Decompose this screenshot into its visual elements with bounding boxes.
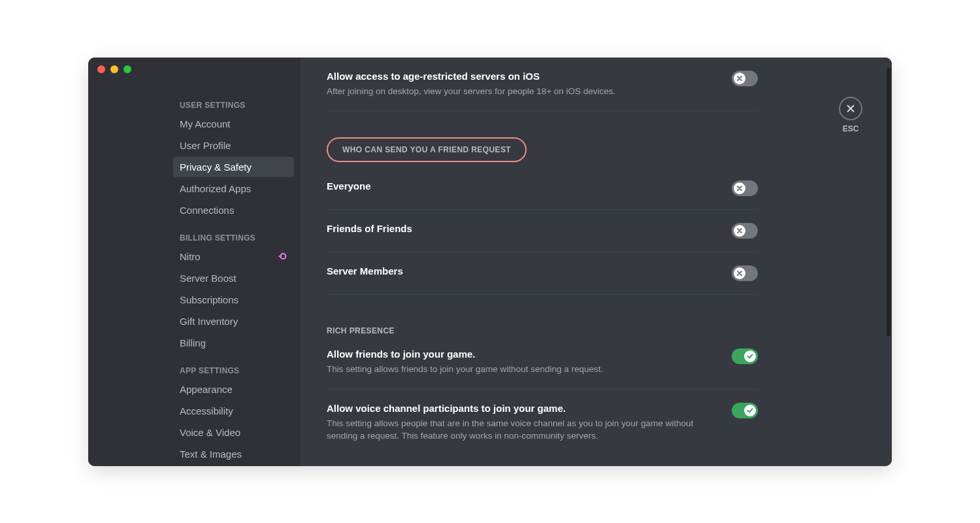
sidebar-item-label: Nitro (180, 251, 201, 262)
nitro-badge-icon (277, 251, 287, 262)
sidebar-item-voice-video[interactable]: Voice & Video (173, 422, 294, 443)
x-icon (736, 184, 743, 192)
setting-text: Allow voice channel participants to join… (327, 403, 732, 443)
sidebar-item-label: Accessibility (180, 405, 233, 416)
toggle-friend-everyone[interactable] (732, 180, 758, 196)
sidebar-item-label: Subscriptions (180, 294, 238, 305)
content-inner: Allow access to age-restricted servers o… (327, 71, 758, 456)
sidebar-group-app-settings: APP SETTINGS Appearance Accessibility Vo… (173, 362, 294, 464)
sidebar-item-accessibility[interactable]: Accessibility (173, 401, 294, 421)
setting-title: Allow access to age-restricted servers o… (327, 71, 719, 82)
sidebar-item-nitro[interactable]: Nitro (173, 246, 294, 267)
sidebar-item-appearance[interactable]: Appearance (173, 379, 294, 399)
sidebar-header-billing-settings: BILLING SETTINGS (173, 229, 294, 246)
sidebar-item-gift-inventory[interactable]: Gift Inventory (173, 311, 294, 331)
close-label: ESC (843, 124, 859, 133)
close-icon (845, 103, 857, 114)
window-zoom-button[interactable] (123, 65, 131, 73)
scrollbar-thumb[interactable] (887, 68, 890, 336)
section-header-friend-request: WHO CAN SEND YOU A FRIEND REQUEST (327, 137, 527, 162)
setting-text: Everyone (327, 180, 732, 195)
sidebar-item-label: Appearance (180, 384, 233, 395)
x-icon (736, 227, 743, 235)
setting-title: Allow friends to join your game. (327, 348, 719, 360)
toggle-server-members[interactable] (732, 265, 758, 281)
setting-title: Everyone (327, 180, 719, 192)
setting-allow-voice-join: Allow voice channel participants to join… (327, 390, 758, 456)
setting-text: Allow friends to join your game. This se… (327, 348, 732, 376)
window-close-button[interactable] (97, 65, 105, 73)
settings-content: Allow access to age-restricted servers o… (301, 58, 892, 466)
sidebar-item-label: Connections (180, 205, 234, 216)
setting-age-restricted: Allow access to age-restricted servers o… (327, 71, 758, 112)
setting-desc: This setting allows people that are in t… (327, 418, 719, 443)
sidebar-item-subscriptions[interactable]: Subscriptions (173, 290, 294, 310)
setting-desc: After joining on desktop, view your serv… (327, 86, 719, 98)
setting-desc: This setting allows friends to join your… (327, 363, 719, 376)
sidebar-item-user-profile[interactable]: User Profile (173, 135, 294, 156)
toggle-knob (734, 182, 745, 194)
setting-allow-friends-join: Allow friends to join your game. This se… (327, 335, 758, 390)
settings-sidebar: USER SETTINGS My Account User Profile Pr… (88, 58, 301, 466)
sidebar-item-label: Server Boost (180, 273, 237, 284)
sidebar-item-label: Voice & Video (180, 427, 240, 438)
sidebar-item-authorized-apps[interactable]: Authorized Apps (173, 178, 294, 199)
sidebar-item-billing[interactable]: Billing (173, 333, 294, 353)
setting-text: Allow access to age-restricted servers o… (327, 71, 732, 98)
close-settings-button[interactable] (839, 97, 862, 120)
sidebar-item-privacy-safety[interactable]: Privacy & Safety (173, 157, 294, 177)
section-header-rich-presence: RICH PRESENCE (327, 326, 758, 335)
check-icon (746, 352, 754, 360)
scrollbar-track[interactable] (887, 68, 890, 460)
sidebar-item-label: User Profile (180, 140, 231, 151)
toggle-allow-friends-join[interactable] (732, 348, 758, 364)
sidebar-item-connections[interactable]: Connections (173, 200, 294, 220)
window-minimize-button[interactable] (110, 65, 118, 73)
setting-friend-everyone: Everyone (327, 167, 758, 210)
sidebar-item-label: Authorized Apps (180, 183, 251, 194)
setting-title: Allow voice channel participants to join… (327, 403, 719, 414)
sidebar-item-label: My Account (180, 118, 231, 129)
toggle-knob (744, 405, 756, 416)
toggle-knob (744, 350, 756, 362)
sidebar-item-my-account[interactable]: My Account (173, 114, 294, 134)
sidebar-header-user-settings: USER SETTINGS (173, 97, 294, 114)
setting-text: Friends of Friends (327, 223, 732, 238)
toggle-knob (734, 225, 745, 237)
sidebar-group-user-settings: USER SETTINGS My Account User Profile Pr… (173, 97, 294, 220)
x-icon (736, 269, 743, 277)
settings-window: USER SETTINGS My Account User Profile Pr… (88, 58, 892, 466)
window-controls (97, 65, 131, 73)
setting-friend-server-members: Server Members (327, 252, 758, 295)
setting-title: Friends of Friends (327, 223, 719, 234)
toggle-knob (734, 73, 745, 84)
sidebar-item-server-boost[interactable]: Server Boost (173, 268, 294, 288)
check-icon (746, 407, 754, 414)
toggle-age-restricted[interactable] (732, 71, 758, 86)
toggle-knob (734, 267, 745, 279)
sidebar-item-label: Billing (180, 337, 206, 348)
toggle-allow-voice-join[interactable] (732, 403, 758, 418)
setting-text: Server Members (327, 265, 732, 280)
sidebar-item-label: Gift Inventory (180, 316, 238, 327)
sidebar-group-billing-settings: BILLING SETTINGS Nitro Server Boost Subs… (173, 229, 294, 353)
setting-title: Server Members (327, 265, 719, 277)
x-icon (736, 75, 743, 82)
sidebar-item-label: Privacy & Safety (180, 161, 252, 173)
close-area: ESC (839, 97, 862, 133)
sidebar-header-app-settings: APP SETTINGS (173, 362, 294, 379)
toggle-friend-of-friends[interactable] (732, 223, 758, 239)
sidebar-item-label: Text & Images (180, 448, 242, 460)
setting-friend-of-friends: Friends of Friends (327, 210, 758, 252)
sidebar-item-text-images[interactable]: Text & Images (173, 444, 294, 464)
